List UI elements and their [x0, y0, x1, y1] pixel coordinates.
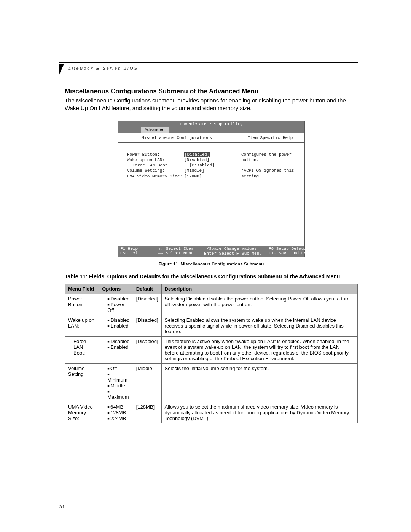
bios-right-heading: Item Specific Help	[236, 133, 304, 143]
bios-setting-value: [Disabled]	[184, 157, 209, 163]
cell-description: This feature is active only when "Wake u…	[161, 337, 357, 364]
bios-key-space: -/Space Change Values	[204, 246, 269, 251]
figure-caption: Figure 11. Miscellaneous Configurations …	[65, 262, 358, 266]
table-header-cell: Description	[161, 284, 357, 294]
bios-settings-area: Power Button:[Disabled]Wake up on LAN:[D…	[118, 143, 236, 246]
bios-key-f10: F10 Save and Exit	[269, 251, 311, 256]
cell-menu-field: Volume Setting:	[65, 364, 99, 402]
bios-setting-value: [128MB]	[184, 174, 202, 179]
option-item: Off	[107, 366, 130, 371]
bios-setting-row: Force LAN Boot:[Disabled]	[127, 163, 232, 168]
cell-options: DisabledPower Off	[99, 294, 133, 315]
option-item: 64MB	[107, 404, 130, 410]
bios-setting-row: UMA Video Memory Size:[128MB]	[127, 174, 232, 179]
option-item: Disabled	[107, 317, 130, 323]
table-header-row: Menu FieldOptionsDefaultDescription	[65, 284, 358, 294]
page-number: 18	[59, 504, 64, 509]
bios-help-line: Configures the power	[241, 152, 299, 157]
bios-setting-label: Volume Setting:	[127, 168, 184, 173]
table-row: Force LAN Boot:DisabledEnabled[Disabled]…	[65, 337, 358, 364]
bios-screenshot: PhoenixBIOS Setup Utility Advanced Misce…	[118, 121, 305, 257]
bios-help-area: Configures the powerbutton. *ACPI OS ign…	[236, 143, 304, 246]
cell-menu-field: Wake up on LAN:	[65, 315, 99, 337]
bios-setting-label: Power Button:	[127, 152, 184, 157]
bios-key-f9: F9 Setup Defaults	[269, 246, 311, 251]
bios-setting-value: [Disabled]	[184, 152, 210, 157]
bios-help-line: setting.	[241, 174, 299, 179]
option-item: Enabled	[107, 344, 130, 350]
table-header-cell: Default	[133, 284, 161, 294]
bios-key-f1: F1 Help	[120, 246, 158, 251]
cell-options: DisabledEnabled	[99, 315, 133, 337]
bios-help-line: button.	[241, 157, 299, 163]
section-title: Miscellaneous Configurations Submenu of …	[65, 88, 358, 95]
option-item: Minimum	[107, 371, 130, 383]
cell-menu-field: UMA Video Memory Size:	[65, 402, 99, 423]
running-header: LifeBook E Series BIOS	[68, 66, 138, 70]
bios-footer: F1 Help ↑↓ Select Item -/Space Change Va…	[118, 246, 304, 257]
cell-options: 64MB128MB224MB	[99, 402, 133, 423]
bios-setting-label: Force LAN Boot:	[127, 163, 190, 168]
option-item: Disabled	[107, 339, 130, 344]
option-item: Maximum	[107, 388, 130, 400]
option-item: Power Off	[107, 302, 130, 313]
cell-description: Selecting Enabled allows the system to w…	[161, 315, 357, 337]
table-row: UMA Video Memory Size:64MB128MB224MB[128…	[65, 402, 358, 423]
cell-options: DisabledEnabled	[99, 337, 133, 364]
bios-setting-value: [Middle]	[184, 168, 204, 173]
cell-menu-field: Power Button:	[65, 294, 99, 315]
bios-tab-advanced: Advanced	[141, 127, 169, 133]
bios-left-heading: Miscellaneous Configurations	[118, 133, 236, 143]
bios-setting-row: Volume Setting:[Middle]	[127, 168, 232, 173]
bios-setting-row: Power Button:[Disabled]	[127, 152, 232, 157]
table-header-cell: Menu Field	[65, 284, 99, 294]
header-rule	[59, 62, 358, 63]
bios-setting-label: UMA Video Memory Size:	[127, 174, 184, 179]
bios-key-esc: ESC Exit	[120, 251, 158, 256]
cell-default: [Middle]	[133, 364, 161, 402]
options-table: Menu FieldOptionsDefaultDescription Powe…	[65, 284, 358, 423]
table-row: Wake up on LAN:DisabledEnabled[Disabled]…	[65, 315, 358, 337]
bios-key-enter: Enter Select ▶ Sub-Menu	[204, 251, 269, 256]
cell-description: Selects the initial volume setting for t…	[161, 364, 357, 402]
bios-title-bar: PhoenixBIOS Setup Utility	[118, 121, 304, 127]
cell-default: [Disabled]	[133, 315, 161, 337]
option-item: Enabled	[107, 323, 130, 329]
bios-key-leftright: ←→ Select Menu	[158, 251, 204, 256]
bios-help-line	[241, 163, 299, 168]
table-row: Volume Setting:OffMinimumMiddleMaximum[M…	[65, 364, 358, 402]
option-item: Middle	[107, 383, 130, 388]
option-item: 224MB	[107, 415, 130, 421]
bios-setting-label: Wake up on LAN:	[127, 157, 184, 163]
cell-default: [128MB]	[133, 402, 161, 423]
cell-default: [Disabled]	[133, 294, 161, 315]
table-row: Power Button:DisabledPower Off[Disabled]…	[65, 294, 358, 315]
table-caption: Table 11: Fields, Options and Defaults f…	[65, 273, 358, 280]
bios-help-line: *ACPI OS ignores this	[241, 168, 299, 173]
option-item: Disabled	[107, 296, 130, 302]
bios-setting-row: Wake up on LAN:[Disabled]	[127, 157, 232, 163]
bios-setting-value: [Disabled]	[190, 163, 215, 168]
cell-menu-field: Force LAN Boot:	[65, 337, 99, 364]
cell-options: OffMinimumMiddleMaximum	[99, 364, 133, 402]
header-triangle-icon	[59, 64, 64, 76]
table-header-cell: Options	[99, 284, 133, 294]
cell-description: Allows you to select the maximum shared …	[161, 402, 357, 423]
cell-description: Selecting Disabled disables the power bu…	[161, 294, 357, 315]
cell-default: [Disabled]	[133, 337, 161, 364]
bios-key-updown: ↑↓ Select Item	[158, 246, 204, 251]
bios-tab-bar: Advanced	[118, 127, 304, 133]
option-item: 128MB	[107, 410, 130, 415]
intro-paragraph: The Miscellaneous Configurations submenu…	[65, 97, 358, 112]
